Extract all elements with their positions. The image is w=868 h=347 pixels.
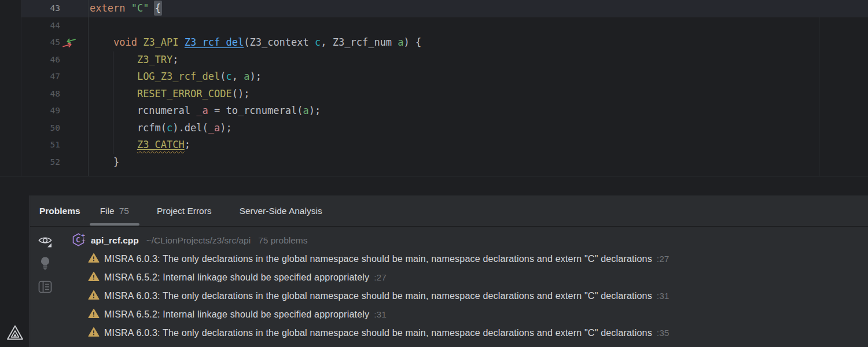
problem-message: MISRA 6.0.3: The only declarations in th… <box>104 291 652 301</box>
line-number: 53 <box>50 171 60 176</box>
editor-section: 43extern "C" {4445 void Z3_API Z3_rcf_de… <box>0 0 868 195</box>
code-text: LOG_Z3_rcf_del(c, a); <box>88 68 868 86</box>
problem-message: MISRA 6.5.2: Internal linkage should be … <box>104 272 369 283</box>
code-editor[interactable]: 43extern "C" {4445 void Z3_API Z3_rcf_de… <box>0 0 868 176</box>
line-number: 51 <box>50 136 60 154</box>
code-rows: 43extern "C" {4445 void Z3_API Z3_rcf_de… <box>21 0 868 176</box>
tab-project-errors-label: Project Errors <box>157 206 212 216</box>
code-line-50[interactable]: 50 rcfm(c).del(_a); <box>21 120 868 137</box>
tab-server-side-analysis[interactable]: Server-Side Analysis <box>226 195 336 227</box>
line-number: 43 <box>50 0 60 17</box>
macro-with-warning: Z3_CATCH <box>137 139 185 150</box>
tab-file[interactable]: File 75 <box>86 195 143 227</box>
problem-line-number: :27 <box>374 272 387 283</box>
code-text: Z3_CATCH; <box>88 136 868 154</box>
problem-list: MISRA 6.0.3: The only declarations in th… <box>71 250 868 342</box>
code-text <box>88 17 868 35</box>
code-line-44[interactable]: 44 <box>21 17 868 35</box>
line-number: 47 <box>50 68 60 86</box>
warning-triangle-icon <box>88 327 100 339</box>
problems-toolbar <box>30 227 60 347</box>
file-group-row[interactable]: C + + api_rcf.cpp ~/CLionProjects/z3/src… <box>71 231 868 250</box>
problem-message: MISRA 6.5.2: Internal linkage should be … <box>104 309 369 320</box>
file-problem-count: 75 problems <box>258 235 307 246</box>
problems-body: C + + api_rcf.cpp ~/CLionProjects/z3/src… <box>30 227 868 347</box>
editor-bottom-band <box>0 177 868 195</box>
gutter-line-46[interactable]: 46 <box>21 51 88 69</box>
code-text: } <box>88 154 868 171</box>
tool-window-stripe <box>0 195 30 347</box>
gutter-line-48[interactable]: 48 <box>21 86 88 103</box>
inspections-triangle-icon[interactable] <box>6 324 24 344</box>
gutter-line-53[interactable]: 53 <box>21 171 88 176</box>
problem-line-number: :31 <box>374 309 387 320</box>
warning-triangle-icon <box>88 253 100 265</box>
problem-row[interactable]: MISRA 6.0.3: The only declarations in th… <box>71 287 868 305</box>
line-number: 49 <box>50 102 60 120</box>
gutter-line-50[interactable]: 50 <box>21 120 88 137</box>
gutter-line-52[interactable]: 52 <box>21 154 88 171</box>
file-name: api_rcf.cpp <box>91 235 139 246</box>
active-tab-underline <box>90 223 139 226</box>
cpp-file-icon: C + + <box>71 232 86 249</box>
code-text: RESET_ERROR_CODE(); <box>88 86 868 103</box>
clion-window: 43extern "C" {4445 void Z3_API Z3_rcf_de… <box>0 0 868 347</box>
line-number: 50 <box>50 120 60 137</box>
lightbulb-icon[interactable] <box>37 256 53 272</box>
left-tool-window-stripe <box>0 0 21 176</box>
line-number: 52 <box>50 154 60 171</box>
code-line-46[interactable]: 46 Z3_TRY; <box>21 51 868 69</box>
code-text: Z3_TRY; <box>88 51 868 69</box>
indent-guide <box>113 51 113 154</box>
preview-editor-icon[interactable] <box>37 279 53 295</box>
tab-file-count: 75 <box>119 206 129 216</box>
svg-text:C: C <box>76 235 80 244</box>
code-text: rcfm(c).del(_a); <box>88 120 868 137</box>
gutter-line-47[interactable]: 47 <box>21 68 88 86</box>
problem-row[interactable]: MISRA 6.0.3: The only declarations in th… <box>71 324 868 342</box>
tool-window-title: Problems <box>39 206 80 216</box>
code-line-53[interactable]: 53 <box>21 171 868 176</box>
warning-triangle-icon <box>88 290 100 302</box>
problems-panel: Problems File 75 Project Errors Server-S… <box>30 195 868 347</box>
gutter-separator <box>88 0 89 176</box>
problem-line-number: :31 <box>657 291 670 301</box>
problems-header: Problems File 75 Project Errors Server-S… <box>30 195 868 227</box>
problems-tree: C + + api_rcf.cpp ~/CLionProjects/z3/src… <box>60 227 868 347</box>
line-number: 46 <box>50 51 60 69</box>
eye-icon[interactable] <box>37 232 53 249</box>
gutter-line-44[interactable]: 44 <box>21 17 88 35</box>
code-text <box>88 171 868 176</box>
code-line-43[interactable]: 43extern "C" { <box>21 0 868 17</box>
code-line-45[interactable]: 45 void Z3_API Z3_rcf_del(Z3_context c, … <box>21 34 868 51</box>
code-text: void Z3_API Z3_rcf_del(Z3_context c, Z3_… <box>88 34 868 51</box>
gutter-line-49[interactable]: 49 <box>21 102 88 120</box>
problem-row[interactable]: MISRA 6.5.2: Internal linkage should be … <box>71 305 868 324</box>
code-line-52[interactable]: 52 } <box>21 154 868 171</box>
code-text: extern "C" { <box>88 0 868 17</box>
gutter-line-51[interactable]: 51 <box>21 136 88 154</box>
problem-message: MISRA 6.0.3: The only declarations in th… <box>104 328 652 338</box>
tab-server-side-analysis-label: Server-Side Analysis <box>240 206 322 216</box>
problem-line-number: :27 <box>657 254 670 264</box>
warning-triangle-icon <box>88 271 100 284</box>
file-path: ~/CLionProjects/z3/src/api <box>146 235 251 246</box>
problem-line-number: :35 <box>657 328 670 338</box>
line-number: 48 <box>50 86 60 103</box>
code-text: rcnumeral _a = to_rcnumeral(a); <box>88 102 868 120</box>
code-line-47[interactable]: 47 LOG_Z3_rcf_del(c, a); <box>21 68 868 86</box>
line-number: 45 <box>50 34 60 51</box>
warning-triangle-icon <box>88 308 100 321</box>
svg-text:+: + <box>82 237 86 243</box>
code-line-49[interactable]: 49 rcnumeral _a = to_rcnumeral(a); <box>21 102 868 120</box>
problems-tool-window: Problems File 75 Project Errors Server-S… <box>0 195 868 347</box>
problem-message: MISRA 6.0.3: The only declarations in th… <box>104 254 652 264</box>
tab-project-errors[interactable]: Project Errors <box>143 195 226 227</box>
code-line-51[interactable]: 51 Z3_CATCH; <box>21 136 868 154</box>
gutter-line-43[interactable]: 43 <box>21 0 88 17</box>
problem-row[interactable]: MISRA 6.0.3: The only declarations in th… <box>71 250 868 268</box>
code-line-48[interactable]: 48 RESET_ERROR_CODE(); <box>21 86 868 103</box>
tab-file-label: File <box>100 206 115 216</box>
problem-row[interactable]: MISRA 6.5.2: Internal linkage should be … <box>71 268 868 287</box>
gutter-line-45[interactable]: 45 <box>21 34 88 51</box>
